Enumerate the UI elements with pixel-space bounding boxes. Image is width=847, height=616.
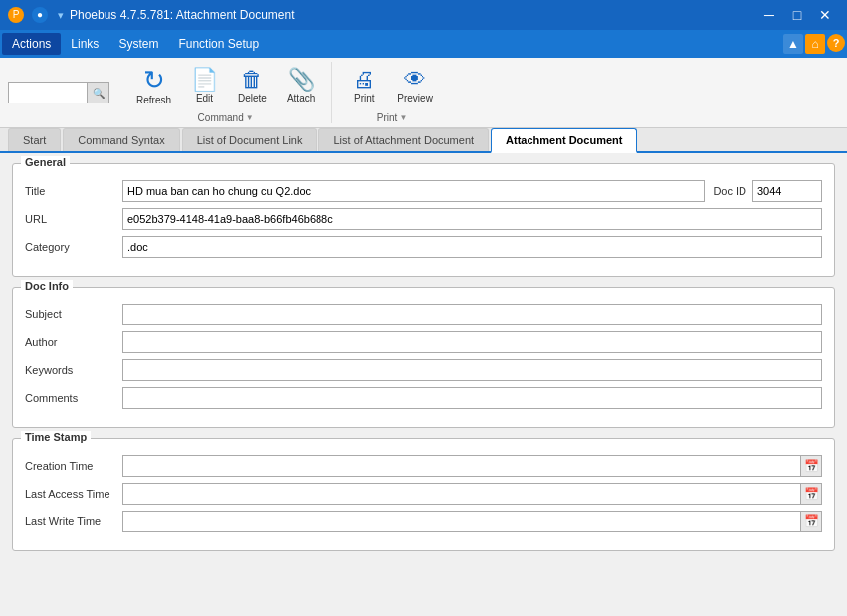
maximize-button[interactable]: □	[783, 1, 811, 29]
doc-id-group: Doc ID	[713, 180, 822, 202]
url-label: URL	[25, 213, 114, 225]
calendar-icon: 📅	[804, 459, 819, 473]
menu-links[interactable]: Links	[61, 33, 108, 55]
tab-command-syntax[interactable]: Command Syntax	[63, 128, 179, 151]
search-input[interactable]	[8, 82, 88, 103]
command-expand-icon: ▼	[246, 113, 254, 122]
search-icon: 🔍	[93, 88, 105, 99]
title-label: Title	[25, 185, 114, 197]
edit-label: Edit	[196, 93, 213, 103]
attach-icon: 📎	[288, 69, 315, 91]
title-bar-left: P ● ▾ Phoebus 4.7.5.781: Attachment Docu…	[8, 7, 294, 23]
toolbar: 🔍 ↻ Refresh 📄 Edit 🗑 Delete 📎 Attach Com	[0, 58, 847, 128]
doc-info-section: Doc Info Subject Author Keywords Comment…	[12, 287, 835, 428]
title-row: Title Doc ID	[25, 180, 822, 202]
category-input[interactable]	[122, 236, 822, 258]
author-label: Author	[25, 336, 114, 348]
creation-time-label: Creation Time	[25, 460, 114, 472]
comments-input[interactable]	[122, 387, 822, 409]
subject-label: Subject	[25, 308, 114, 320]
menu-actions[interactable]: Actions	[2, 33, 61, 55]
creation-time-calendar-button[interactable]: 📅	[800, 455, 822, 477]
refresh-button[interactable]: ↻ Refresh	[127, 62, 180, 110]
refresh-icon: ↻	[143, 67, 165, 93]
subject-row: Subject	[25, 304, 822, 325]
delete-label: Delete	[238, 93, 267, 103]
last-write-row: Last Write Time 📅	[25, 511, 822, 532]
title-bar: P ● ▾ Phoebus 4.7.5.781: Attachment Docu…	[0, 0, 847, 30]
category-label: Category	[25, 241, 114, 253]
print-group-label: Print ▼	[377, 112, 407, 123]
comments-row: Comments	[25, 387, 822, 409]
attach-button[interactable]: 📎 Attach	[278, 64, 323, 108]
tab-list-document-link[interactable]: List of Document Link	[182, 128, 318, 151]
refresh-label: Refresh	[136, 95, 171, 105]
calendar-icon-3: 📅	[804, 514, 819, 528]
last-access-input[interactable]	[122, 483, 800, 505]
menu-system[interactable]: System	[108, 33, 168, 55]
last-write-input[interactable]	[122, 511, 800, 532]
creation-time-wrap: 📅	[122, 455, 822, 477]
url-row: URL	[25, 208, 822, 230]
delete-button[interactable]: 🗑 Delete	[229, 64, 276, 108]
last-access-calendar-button[interactable]: 📅	[800, 483, 822, 505]
toolbar-command-group: ↻ Refresh 📄 Edit 🗑 Delete 📎 Attach Comma…	[119, 62, 332, 123]
last-access-row: Last Access Time 📅	[25, 483, 822, 505]
keywords-row: Keywords	[25, 359, 822, 381]
last-write-label: Last Write Time	[25, 515, 114, 527]
creation-time-row: Creation Time 📅	[25, 455, 822, 477]
print-icon: 🖨	[353, 69, 375, 91]
toolbar-print-buttons: 🖨 Print 👁 Preview	[342, 62, 442, 110]
print-label: Print	[354, 93, 375, 103]
timestamp-section: Time Stamp Creation Time 📅 Last Access T…	[12, 438, 835, 551]
menu-function-setup[interactable]: Function Setup	[168, 33, 269, 55]
attach-label: Attach	[287, 93, 315, 103]
print-button[interactable]: 🖨 Print	[342, 64, 386, 108]
tab-start[interactable]: Start	[8, 128, 61, 151]
toolbar-command-buttons: ↻ Refresh 📄 Edit 🗑 Delete 📎 Attach	[127, 62, 323, 110]
creation-time-input[interactable]	[122, 455, 800, 477]
calendar-icon-2: 📅	[804, 487, 819, 501]
preview-icon: 👁	[404, 69, 426, 91]
author-row: Author	[25, 331, 822, 353]
nav-up-button[interactable]: ▲	[783, 34, 803, 54]
last-write-calendar-button[interactable]: 📅	[800, 511, 822, 532]
command-group-label: Command ▼	[198, 112, 254, 123]
edit-button[interactable]: 📄 Edit	[182, 64, 227, 108]
doc-id-label: Doc ID	[713, 185, 746, 197]
url-input[interactable]	[122, 208, 822, 230]
app-logo-orange: P	[8, 7, 24, 23]
title-bar-separator: ▾	[58, 9, 64, 22]
author-input[interactable]	[122, 331, 822, 353]
general-legend: General	[21, 156, 70, 168]
keywords-input[interactable]	[122, 359, 822, 381]
delete-icon: 🗑	[241, 69, 263, 91]
tab-attachment-document[interactable]: Attachment Document	[491, 128, 637, 153]
doc-id-input[interactable]	[752, 180, 822, 202]
minimize-button[interactable]: ─	[755, 1, 783, 29]
keywords-label: Keywords	[25, 364, 114, 376]
preview-button[interactable]: 👁 Preview	[388, 64, 442, 108]
menu-bar: Actions Links System Function Setup ▲ ⌂ …	[0, 30, 847, 58]
timestamp-legend: Time Stamp	[21, 431, 91, 443]
subject-input[interactable]	[122, 304, 822, 325]
preview-label: Preview	[397, 93, 433, 103]
app-logo-blue: ●	[32, 7, 48, 23]
doc-info-legend: Doc Info	[21, 280, 73, 292]
category-row: Category	[25, 236, 822, 258]
toolbar-print-group: 🖨 Print 👁 Preview Print ▼	[334, 62, 450, 123]
comments-label: Comments	[25, 392, 114, 404]
tab-list-attachment[interactable]: List of Attachment Document	[318, 128, 489, 151]
title-input[interactable]	[122, 180, 705, 202]
toolbar-search-area: 🔍	[8, 62, 109, 123]
close-button[interactable]: ✕	[811, 1, 839, 29]
nav-arrows: ▲ ⌂ ?	[783, 34, 845, 54]
title-bar-controls: ─ □ ✕	[755, 1, 839, 29]
help-button[interactable]: ?	[827, 34, 845, 52]
general-section: General Title Doc ID URL Category	[12, 163, 835, 277]
edit-icon: 📄	[191, 69, 218, 91]
nav-home-button[interactable]: ⌂	[805, 34, 825, 54]
last-access-label: Last Access Time	[25, 488, 114, 500]
search-button[interactable]: 🔍	[88, 82, 109, 103]
main-content: General Title Doc ID URL Category	[0, 153, 847, 600]
